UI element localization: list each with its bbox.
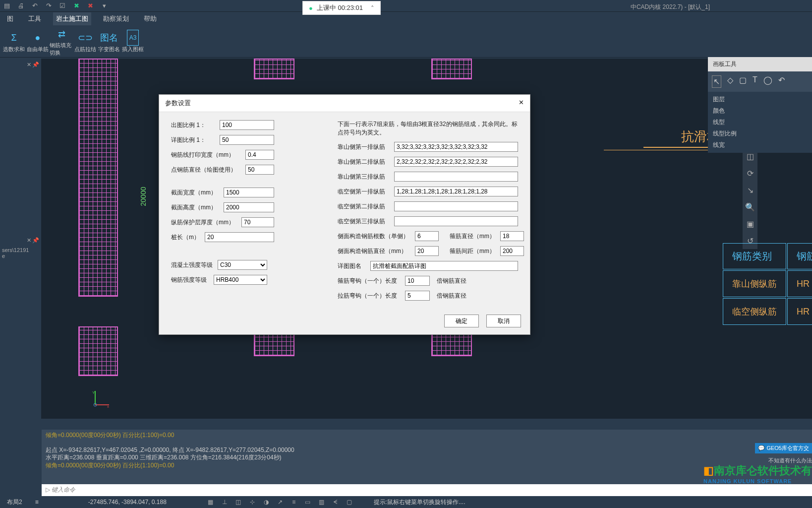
ribbon: Σ选数求和 ●自由单筋 ⇄钢筋填充切换 ⊂⊃点筋拉结 图名字变图名 A3插入图框 <box>0 26 812 58</box>
undo-icon[interactable]: ↶ <box>31 2 39 10</box>
model-icon[interactable]: ▥ <box>317 498 326 507</box>
view-tool-icon[interactable]: ⟳ <box>743 165 757 182</box>
rebar-grid <box>431 59 472 79</box>
ribbon-btn-freebar[interactable]: ●自由单筋 <box>26 27 50 57</box>
zoom-icon[interactable]: 🔍 <box>743 198 757 215</box>
erase-icon[interactable]: ◇ <box>727 75 733 88</box>
mark-icon[interactable]: ☑ <box>58 2 66 10</box>
status-hint: 提示:鼠标右键菜单切换旋转操作.... <box>374 498 465 507</box>
swap-icon: ⇄ <box>58 27 65 42</box>
lwt-icon[interactable]: ≡ <box>290 498 298 507</box>
command-input[interactable]: ▷ 键入命令 <box>42 484 812 496</box>
layout-menu-icon[interactable]: ≡ <box>35 499 39 506</box>
hook2-input[interactable] <box>405 291 430 301</box>
m2-input[interactable] <box>394 157 518 167</box>
coords-readout: -27485.746, -3894.047, 0.188 <box>88 499 167 506</box>
dyn-icon[interactable]: ▭ <box>303 498 312 507</box>
ribbon-btn-sum[interactable]: Σ选数求和 <box>2 27 26 57</box>
x-red-icon[interactable]: ✖ <box>86 2 94 10</box>
hook1-input[interactable] <box>405 276 430 286</box>
menu-item[interactable]: 图 <box>4 12 16 25</box>
geo5-badge[interactable]: 💬 GEO5库仑官方交 <box>755 443 812 453</box>
rect-icon[interactable]: ▢ <box>739 75 747 88</box>
close-icon[interactable]: ✕ <box>27 237 31 244</box>
menu-item[interactable]: 线型比例 <box>713 128 807 139</box>
menu-item[interactable]: 线宽 <box>713 139 807 151</box>
sided-input[interactable] <box>415 246 439 256</box>
concrete-select[interactable]: C30 <box>218 260 267 270</box>
pin-icon[interactable]: 📌 <box>32 237 39 244</box>
scale1-input[interactable] <box>220 120 274 130</box>
menu-item[interactable]: 岩土施工图 <box>53 12 91 25</box>
recording-badge[interactable]: 上课中 00:23:01 ˄ <box>302 1 381 15</box>
misc-icon[interactable]: ▢ <box>345 498 354 507</box>
menu-item[interactable]: 工具 <box>25 12 44 25</box>
hint-text: 下面一行表示7组束筋，每组由3根直径32的钢筋组成，其余同此。标点符号均为英文。 <box>338 120 518 137</box>
sum-icon: Σ <box>11 30 16 46</box>
f2-input[interactable] <box>394 201 518 211</box>
f1-input[interactable] <box>394 187 518 196</box>
scale2-input[interactable] <box>220 135 274 145</box>
cancel-button[interactable]: 取消 <box>486 315 521 327</box>
print-icon[interactable]: 🖨 <box>17 2 25 10</box>
secw-input[interactable] <box>224 188 274 197</box>
svg-text:Y: Y <box>92 390 95 395</box>
rebar-grid <box>78 326 118 376</box>
plen-input[interactable] <box>205 232 274 242</box>
menu-item[interactable]: 图层 <box>713 94 807 105</box>
text-icon: 图名 <box>100 30 118 46</box>
dropdown-icon[interactable]: ▾ <box>100 2 108 10</box>
ok-button[interactable]: 确定 <box>444 315 479 327</box>
osnap-icon[interactable]: ◑ <box>262 498 271 507</box>
x-green-icon[interactable]: ✖ <box>72 2 80 10</box>
close-icon[interactable]: ✕ <box>27 62 31 68</box>
canvas-left-panel: 📌 ✕ sers\12191 e 📌 ✕ <box>0 59 42 419</box>
dotd-input[interactable] <box>245 165 274 175</box>
stird-input[interactable] <box>500 231 524 241</box>
rebar-table: 钢筋类别钢筋 靠山侧纵筋HR 临空侧纵筋HR <box>722 242 812 326</box>
figname-input[interactable] <box>370 261 518 271</box>
redo-icon[interactable]: ↷ <box>45 2 53 10</box>
title-bar: 中CAD内核 2022.7) - [默认_1] <box>628 0 713 14</box>
ribbon-btn-frame[interactable]: A3插入图框 <box>121 27 145 57</box>
ribbon-btn-tie[interactable]: ⊂⊃点筋拉结 <box>73 27 97 57</box>
undo-icon[interactable]: ↶ <box>778 75 785 88</box>
f3-input[interactable] <box>394 216 518 226</box>
snap-icon[interactable]: ⊥ <box>220 498 229 507</box>
view-tool-icon[interactable]: ↘ <box>743 182 757 198</box>
menu-item[interactable]: 线型 <box>713 117 807 128</box>
new-icon[interactable]: ▤ <box>3 2 11 10</box>
ortho-icon[interactable]: ◫ <box>234 498 243 507</box>
menu-item[interactable]: 帮助 <box>141 12 160 25</box>
pointer-icon[interactable]: ↖ <box>712 75 721 88</box>
sidecount-input[interactable] <box>415 231 439 241</box>
sech-input[interactable] <box>224 202 274 212</box>
polar-icon[interactable]: ⊹ <box>248 498 257 507</box>
close-icon[interactable]: ✕ <box>519 99 524 108</box>
ribbon-btn-figname[interactable]: 图名字变图名 <box>97 27 121 57</box>
grid-icon[interactable]: ▦ <box>206 498 215 507</box>
layout-tab[interactable]: 布局2 <box>4 498 25 507</box>
shape-icon[interactable]: ◯ <box>763 75 772 88</box>
pin-icon[interactable]: 📌 <box>32 62 39 68</box>
m3-input[interactable] <box>394 172 518 182</box>
cover-input[interactable] <box>241 217 274 227</box>
linew-input[interactable] <box>245 150 274 160</box>
rebar-select[interactable]: HRB400 <box>214 275 267 285</box>
stirspace-input[interactable] <box>500 246 524 256</box>
text-icon[interactable]: T <box>753 75 757 88</box>
menu-item[interactable]: 勘察策划 <box>100 12 132 25</box>
ribbon-btn-fill[interactable]: ⇄钢筋填充切换 <box>50 27 73 57</box>
params-dialog: 参数设置 ✕ 出图比例 1： 详图比例 1： 钢筋线打印宽度（mm） 点钢筋直径… <box>159 94 530 335</box>
run-icon[interactable]: ᗕ <box>331 498 340 507</box>
draw-tools-panel: 画板工具 ↖ ◇ ▢ T ◯ ↶ 图层 颜色 线型 线型比例 线宽 <box>708 57 812 146</box>
menu-item[interactable]: 颜色 <box>713 105 807 117</box>
dot-icon: ● <box>35 30 41 46</box>
m1-input[interactable] <box>394 142 518 152</box>
dialog-title: 参数设置 <box>165 99 191 108</box>
chevron-up-icon[interactable]: ˄ <box>371 4 374 12</box>
cube-icon[interactable]: ▣ <box>743 215 757 232</box>
svg-text:x: x <box>107 404 109 409</box>
otrack-icon[interactable]: ↗ <box>276 498 285 507</box>
recording-text: 上课中 00:23:01 <box>317 3 363 12</box>
